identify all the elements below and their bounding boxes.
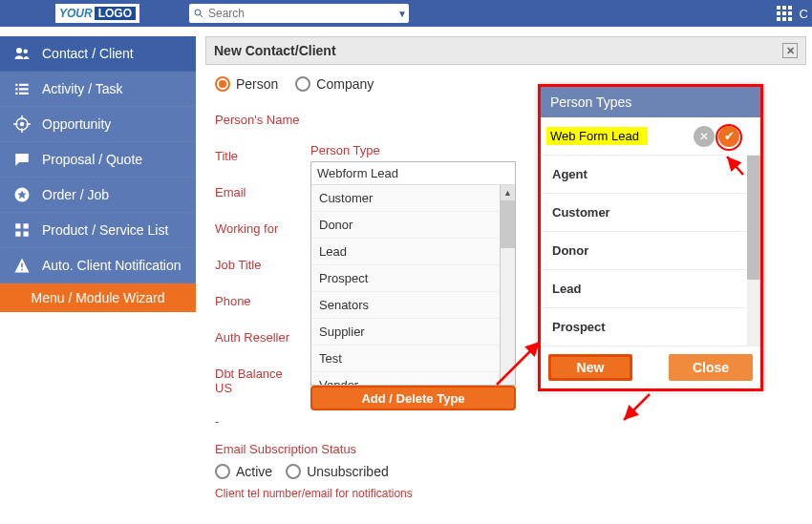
- cancel-new-type-button[interactable]: ✕: [694, 126, 715, 147]
- label-working-for: Working for: [215, 216, 303, 236]
- sidebar-item-contact[interactable]: Contact / Client: [0, 36, 196, 72]
- logo-logo: LOGO: [95, 7, 136, 20]
- svg-rect-5: [19, 84, 29, 86]
- radio-label: Person: [236, 76, 278, 92]
- close-icon: ✕: [786, 45, 795, 57]
- label-phone: Phone: [215, 288, 303, 308]
- sidebar-item-opportunity[interactable]: Opportunity: [0, 107, 196, 142]
- menu-wizard-label: Menu / Module Wizard: [31, 290, 164, 305]
- label-auth-reseller: Auth Reseller: [215, 325, 303, 345]
- svg-rect-19: [24, 223, 29, 228]
- sidebar-item-activity[interactable]: Activity / Task: [0, 72, 196, 107]
- search-dropdown-icon[interactable]: ▼: [395, 9, 409, 19]
- new-type-input[interactable]: [546, 127, 648, 145]
- sidebar-item-label: Auto. Client Notification: [42, 258, 182, 273]
- person-type-option[interactable]: Supplier: [311, 319, 515, 346]
- sidebar-item-label: Contact / Client: [42, 46, 134, 61]
- person-type-option[interactable]: Donor: [311, 212, 515, 239]
- close-icon: ✕: [699, 130, 709, 143]
- radio-label: Unsubscribed: [307, 464, 389, 479]
- subscription-unsubscribed[interactable]: Unsubscribed: [286, 464, 389, 479]
- sidebar-item-label: Activity / Task: [42, 81, 123, 96]
- svg-rect-20: [15, 232, 20, 237]
- popup-type-item[interactable]: Agent: [541, 156, 760, 194]
- popup-new-button[interactable]: New: [548, 354, 632, 381]
- svg-line-1: [201, 15, 203, 18]
- search-input[interactable]: [208, 7, 395, 20]
- radio-label: Company: [316, 76, 374, 92]
- popup-type-item[interactable]: Lead: [541, 270, 760, 308]
- popup-scrollbar[interactable]: [747, 156, 760, 346]
- popup-title: Person Types: [541, 87, 760, 117]
- add-delete-type-button[interactable]: Add / Delete Type: [310, 386, 516, 410]
- subscription-active[interactable]: Active: [215, 464, 272, 479]
- content-area: New Contact/Client ✕ Person Company Pers…: [196, 27, 812, 524]
- popup-type-item[interactable]: Customer: [541, 194, 760, 232]
- radio-label: Active: [236, 464, 272, 479]
- list-icon: [13, 80, 31, 97]
- warning-icon: [13, 257, 31, 274]
- svg-rect-9: [19, 93, 29, 94]
- label-job-title: Job Title: [215, 252, 303, 272]
- button-label: New: [577, 360, 605, 375]
- label-subscription-status: Email Subscription Status: [215, 442, 797, 456]
- sidebar-item-order[interactable]: Order / Job: [0, 178, 196, 213]
- sidebar-item-label: Product / Service List: [42, 222, 168, 238]
- button-label: Close: [693, 360, 729, 375]
- search-icon: [193, 8, 204, 19]
- panel-title: New Contact/Client: [214, 43, 336, 58]
- logo-your: YOUR: [59, 7, 93, 20]
- label-title: Title: [215, 143, 303, 163]
- person-type-option[interactable]: Vendor: [311, 372, 515, 385]
- svg-rect-22: [21, 263, 23, 268]
- popup-type-item[interactable]: Donor: [541, 232, 760, 270]
- label-dbt-balance: Dbt Balance US: [215, 361, 303, 395]
- sidebar-item-label: Proposal / Quote: [42, 152, 142, 167]
- person-type-option[interactable]: Lead: [311, 239, 515, 265]
- svg-rect-7: [19, 88, 29, 90]
- panel-close-button[interactable]: ✕: [782, 43, 798, 58]
- label-persons-name: Person's Name: [215, 107, 303, 127]
- panel-header: New Contact/Client ✕: [205, 36, 806, 65]
- target-icon: [13, 115, 31, 133]
- person-type-scrollbar[interactable]: ▲: [500, 185, 515, 385]
- svg-point-0: [195, 10, 201, 15]
- svg-rect-21: [24, 232, 29, 237]
- person-type-select[interactable]: Webform Lead Customer Donor Lead Prospec…: [310, 161, 516, 386]
- person-type-selected: Webform Lead: [311, 162, 515, 184]
- search-box[interactable]: ▼: [189, 4, 409, 23]
- chat-icon: [13, 151, 31, 168]
- label-tel-note: Client tel number/email for notification…: [215, 487, 797, 500]
- svg-rect-23: [21, 269, 23, 271]
- menu-wizard-button[interactable]: Menu / Module Wizard: [0, 283, 196, 312]
- people-icon: [13, 45, 31, 62]
- confirm-new-type-button[interactable]: ✔: [718, 126, 739, 147]
- svg-rect-4: [15, 84, 17, 86]
- topbar-right-text: C: [800, 7, 808, 21]
- brand-logo: YOUR LOGO: [55, 4, 139, 23]
- add-delete-label: Add / Delete Type: [361, 391, 464, 406]
- star-circle-icon: [13, 186, 31, 203]
- label-email: Email: [215, 179, 303, 199]
- sidebar: Contact / Client Activity / Task Opportu…: [0, 27, 196, 524]
- person-type-option[interactable]: Customer: [311, 185, 515, 212]
- person-type-option[interactable]: Prospect: [311, 265, 515, 292]
- entity-type-company[interactable]: Company: [295, 76, 374, 92]
- sidebar-item-label: Opportunity: [42, 116, 111, 132]
- person-type-option[interactable]: Senators: [311, 292, 515, 319]
- apps-grid-icon[interactable]: [777, 6, 792, 21]
- entity-type-person[interactable]: Person: [215, 76, 278, 92]
- svg-point-11: [20, 122, 25, 127]
- person-type-option[interactable]: Test: [311, 346, 515, 372]
- svg-rect-6: [15, 88, 17, 90]
- person-type-options-list: Customer Donor Lead Prospect Senators Su…: [311, 184, 515, 385]
- sidebar-item-notification[interactable]: Auto. Client Notification: [0, 248, 196, 283]
- sidebar-item-proposal[interactable]: Proposal / Quote: [0, 142, 196, 178]
- popup-close-button[interactable]: Close: [669, 354, 753, 381]
- sidebar-item-product[interactable]: Product / Service List: [0, 213, 196, 248]
- popup-type-item[interactable]: Prospect: [541, 308, 760, 346]
- label-person-type: Person Type: [310, 143, 516, 157]
- person-types-popup: Person Types ✕ ✔ Agent Customer Donor Le…: [538, 84, 763, 391]
- grid-icon: [13, 221, 31, 239]
- check-icon: ✔: [724, 129, 735, 143]
